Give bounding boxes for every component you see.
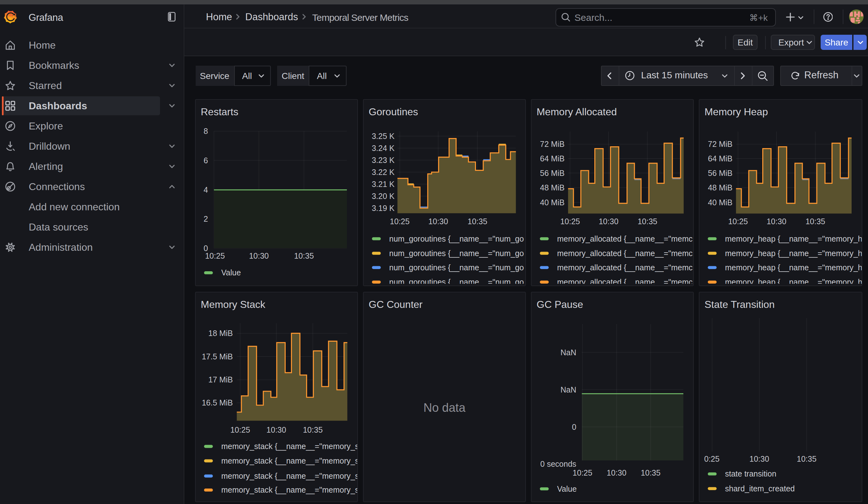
svg-text:Dashboards: Dashboards xyxy=(29,100,87,112)
svg-text:10:25: 10:25 xyxy=(230,425,250,434)
svg-text:40 MiB: 40 MiB xyxy=(540,198,565,207)
svg-text:memory_allocated {__name__="me: memory_allocated {__name__="memc xyxy=(557,234,693,243)
svg-text:3.21 K: 3.21 K xyxy=(372,180,394,188)
svg-text:0:25: 0:25 xyxy=(704,454,720,463)
svg-text:Bookmarks: Bookmarks xyxy=(29,60,79,71)
svg-text:4: 4 xyxy=(203,185,208,194)
svg-text:16.5 MiB: 16.5 MiB xyxy=(202,398,232,407)
svg-text:State Transition: State Transition xyxy=(705,299,775,310)
svg-text:Administration: Administration xyxy=(29,241,93,253)
svg-text:num_goroutines {__name__="num_: num_goroutines {__name__="num_go xyxy=(389,234,524,243)
svg-text:10:35: 10:35 xyxy=(806,217,825,226)
svg-text:10:30: 10:30 xyxy=(599,217,619,226)
svg-text:Drilldown: Drilldown xyxy=(29,141,70,152)
svg-text:num_goroutines {__name__="num_: num_goroutines {__name__="num_go xyxy=(389,249,524,258)
svg-text:2: 2 xyxy=(203,214,208,223)
svg-text:17 MiB: 17 MiB xyxy=(208,375,232,384)
svg-text:10:30: 10:30 xyxy=(249,251,269,260)
svg-text:Add new connection: Add new connection xyxy=(29,201,120,213)
svg-text:10:35: 10:35 xyxy=(638,217,658,226)
svg-text:10:30: 10:30 xyxy=(750,454,769,463)
svg-text:GC Counter: GC Counter xyxy=(369,299,423,310)
svg-text:Home: Home xyxy=(29,40,55,51)
svg-text:3.23 K: 3.23 K xyxy=(372,156,394,165)
svg-text:shard_item_created: shard_item_created xyxy=(725,484,795,493)
svg-text:64 MiB: 64 MiB xyxy=(540,154,565,163)
svg-text:Goroutines: Goroutines xyxy=(369,106,418,117)
svg-text:Explore: Explore xyxy=(29,120,63,132)
svg-text:3.19 K: 3.19 K xyxy=(372,204,394,213)
svg-text:memory_stack {__name__="memory: memory_stack {__name__="memory_s xyxy=(221,485,358,494)
svg-text:Value: Value xyxy=(221,268,240,277)
svg-text:8: 8 xyxy=(203,127,208,135)
svg-text:Alerting: Alerting xyxy=(29,161,63,172)
svg-text:Starred: Starred xyxy=(29,80,62,91)
svg-text:Value: Value xyxy=(557,484,577,493)
svg-text:10:35: 10:35 xyxy=(294,251,314,260)
svg-text:3.20 K: 3.20 K xyxy=(372,192,394,200)
svg-text:Data sources: Data sources xyxy=(29,222,89,233)
svg-text:GC Pause: GC Pause xyxy=(537,299,583,310)
svg-text:10:30: 10:30 xyxy=(767,217,787,226)
svg-text:64 MiB: 64 MiB xyxy=(708,154,733,163)
svg-text:memory_allocated {__name__="me: memory_allocated {__name__="memc xyxy=(557,263,693,272)
svg-text:48 MiB: 48 MiB xyxy=(540,183,565,192)
svg-text:56 MiB: 56 MiB xyxy=(708,169,733,177)
svg-text:0: 0 xyxy=(572,422,576,431)
svg-text:10:30: 10:30 xyxy=(607,468,627,477)
svg-text:10:35: 10:35 xyxy=(641,468,661,477)
svg-text:10:25: 10:25 xyxy=(205,251,225,260)
svg-text:56 MiB: 56 MiB xyxy=(540,169,565,177)
svg-text:Memory Heap: Memory Heap xyxy=(705,106,768,117)
svg-text:6: 6 xyxy=(203,156,208,165)
svg-text:memory_stack {__name__="memory: memory_stack {__name__="memory_s xyxy=(221,442,358,451)
svg-text:0 seconds: 0 seconds xyxy=(540,460,576,468)
svg-text:Memory Stack: Memory Stack xyxy=(200,299,265,310)
svg-text:72 MiB: 72 MiB xyxy=(708,140,733,148)
svg-text:10:30: 10:30 xyxy=(266,425,286,434)
svg-text:10:35: 10:35 xyxy=(303,425,323,434)
svg-text:40 MiB: 40 MiB xyxy=(708,198,733,207)
svg-text:Memory Allocated: Memory Allocated xyxy=(537,106,617,117)
svg-text:3.22 K: 3.22 K xyxy=(372,168,394,176)
svg-text:state transition: state transition xyxy=(725,469,777,478)
svg-text:10:25: 10:25 xyxy=(572,468,592,477)
svg-text:memory_heap {__name__="memory_: memory_heap {__name__="memory_h xyxy=(725,263,862,272)
svg-text:memory_allocated {__name__="me: memory_allocated {__name__="memc xyxy=(557,249,693,258)
svg-text:num_goroutines {__name__="num_: num_goroutines {__name__="num_go xyxy=(389,263,524,272)
svg-text:Connections: Connections xyxy=(29,181,85,192)
svg-text:NaN: NaN xyxy=(560,385,576,394)
svg-text:memory_stack {__name__="memory: memory_stack {__name__="memory_s xyxy=(221,456,358,465)
svg-text:10:35: 10:35 xyxy=(467,217,487,226)
svg-text:memory_stack {__name__="memory: memory_stack {__name__="memory_s xyxy=(221,472,358,480)
svg-text:10:35: 10:35 xyxy=(797,454,817,463)
svg-text:18 MiB: 18 MiB xyxy=(208,329,232,338)
svg-text:10:30: 10:30 xyxy=(428,217,448,226)
svg-text:No data: No data xyxy=(423,401,466,414)
svg-text:10:25: 10:25 xyxy=(560,217,580,226)
svg-text:10:25: 10:25 xyxy=(390,217,410,226)
svg-text:memory_heap {__name__="memory_: memory_heap {__name__="memory_h xyxy=(725,249,862,258)
svg-text:17.5 MiB: 17.5 MiB xyxy=(202,352,232,361)
svg-text:10:25: 10:25 xyxy=(728,217,748,226)
svg-text:Restarts: Restarts xyxy=(200,106,238,117)
svg-text:3.24 K: 3.24 K xyxy=(372,144,394,153)
svg-text:3.25 K: 3.25 K xyxy=(372,132,394,141)
svg-text:memory_heap {__name__="memory_: memory_heap {__name__="memory_h xyxy=(725,234,862,243)
svg-text:48 MiB: 48 MiB xyxy=(708,183,733,192)
svg-text:NaN: NaN xyxy=(560,348,576,357)
svg-text:72 MiB: 72 MiB xyxy=(540,140,565,148)
